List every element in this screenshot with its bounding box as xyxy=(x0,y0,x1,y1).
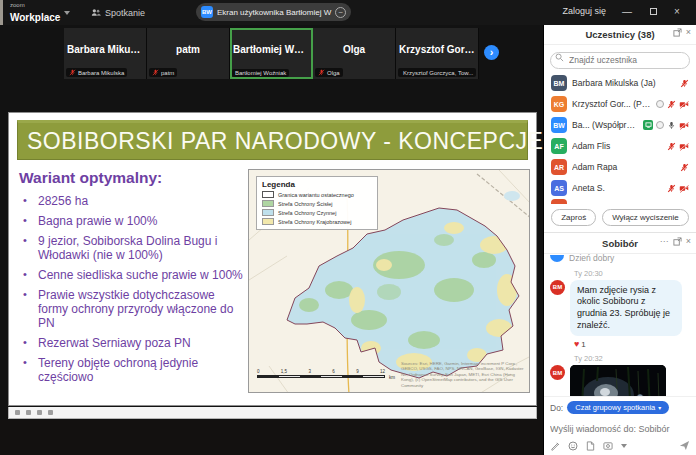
unmute-all-button[interactable]: Wyłącz wyciszenie xyxy=(602,209,689,226)
slideshow-controls[interactable] xyxy=(8,407,537,419)
tile-name-tag: patm xyxy=(149,68,177,77)
chat-message-clipped: Dzień dobry xyxy=(550,254,690,264)
participant-row[interactable]: KG Krzysztof Gor... (Prowadzący) xyxy=(544,94,696,115)
share-options-icon[interactable]: − xyxy=(335,7,346,18)
attach-file-icon[interactable] xyxy=(586,441,595,451)
camera-off-icon xyxy=(679,142,689,151)
legend-swatch-boundary xyxy=(262,191,274,198)
screenshot-icon[interactable] xyxy=(603,441,613,451)
shared-screen-area: Barbara Mikulska Barbara Mikulska patm p… xyxy=(0,25,543,455)
scale-bar-segments xyxy=(257,375,385,378)
send-to-selector[interactable]: Czat grupowy spotkania ▾ xyxy=(567,401,669,414)
tile-tag-label: Krzysztof Gorczyca, Tow... xyxy=(403,70,473,76)
message-meta: Ty 20:30 xyxy=(574,269,690,278)
avatar: AF xyxy=(551,138,567,154)
bullet-item: 9 jezior, Sobiborska Dolina Bugu i Włoda… xyxy=(19,234,247,262)
panel-divider xyxy=(544,232,696,233)
participant-row[interactable]: AR Adam Rapa xyxy=(544,157,696,178)
chat-message[interactable]: BM Mam zdjęcie rysia z okolic Sobiboru z… xyxy=(550,280,690,337)
search-input[interactable] xyxy=(550,52,690,69)
bullet-item: Rezerwat Serniawy poza PN xyxy=(19,336,247,350)
participant-name: Adam Rapa xyxy=(572,162,675,172)
tab-meeting[interactable]: Spotkanie xyxy=(86,4,150,21)
close-icon[interactable]: × xyxy=(686,28,691,37)
format-icon[interactable] xyxy=(550,441,560,451)
participant-row[interactable]: BW Ba... (Współprowadzący) xyxy=(544,115,696,136)
scale-tick: 6 xyxy=(332,369,335,374)
map-legend: Legenda Granica wariantu ostatecznego St… xyxy=(256,176,378,230)
chat-message[interactable]: BM xyxy=(550,365,690,396)
legend-label: Granica wariantu ostatecznego xyxy=(278,192,354,198)
popout-icon[interactable] xyxy=(673,28,682,37)
camera-off-icon xyxy=(679,121,689,130)
zoom-workplace-logo[interactable]: zoom Workplace xyxy=(10,2,60,24)
maximize-icon xyxy=(650,8,657,15)
video-tile[interactable]: Krzysztof Gorcz... Krzysztof Gorczyca, T… xyxy=(396,28,479,79)
mic-muted-icon xyxy=(667,184,676,193)
chat-message-list[interactable]: Dzień dobry Ty 20:30 BM Mam zdjęcie rysi… xyxy=(544,254,696,397)
scale-tick: 12 xyxy=(380,369,385,374)
screen-share-pill[interactable]: BW Ekran użytkownika Bartłomiej W − xyxy=(196,3,351,21)
emoji-icon[interactable] xyxy=(568,441,578,451)
message-bubble[interactable]: Mam zdjęcie rysia z okolic Sobiboru z gr… xyxy=(570,280,682,337)
mic-muted-icon xyxy=(152,69,159,76)
participant-search[interactable] xyxy=(550,49,690,69)
avatar: BM xyxy=(550,280,565,295)
search-icon xyxy=(555,53,564,62)
share-avatar: BW xyxy=(201,6,213,18)
filmstrip-next-button[interactable]: › xyxy=(484,45,499,60)
mic-muted-icon xyxy=(667,100,676,109)
scale-tick: 0 xyxy=(257,369,260,374)
bullet-item: 28256 ha xyxy=(19,194,247,208)
participant-row[interactable]: AS Aneta S. xyxy=(544,178,696,199)
close-icon[interactable]: × xyxy=(686,237,691,246)
camera-off-icon xyxy=(679,184,689,193)
tile-tag-label: Barbara Mikulska xyxy=(78,70,124,76)
message-reaction[interactable]: ♥ 1 xyxy=(574,339,690,349)
participant-row[interactable]: BM Barbara Mikulska (Ja) xyxy=(544,73,696,94)
camera-off-icon xyxy=(679,100,689,109)
brand-caret-icon[interactable] xyxy=(64,11,70,15)
tile-name-tag: Barbara Mikulska xyxy=(66,68,127,77)
mic-muted-icon xyxy=(667,142,676,151)
chevron-down-icon[interactable] xyxy=(621,444,627,448)
window-close-button[interactable]: × xyxy=(670,5,684,19)
window-minimize-button[interactable]: — xyxy=(620,5,634,19)
video-filmstrip: Barbara Mikulska Barbara Mikulska patm p… xyxy=(64,28,479,79)
video-tile[interactable]: patm patm xyxy=(147,28,230,79)
tile-name: Krzysztof Gorcz... xyxy=(396,44,478,55)
video-tile-active-speaker[interactable]: Bartłomiej Woź... Bartłomiej Woźniak xyxy=(230,28,313,79)
chevron-down-icon: ▾ xyxy=(658,404,661,411)
video-tile[interactable]: Barbara Mikulska Barbara Mikulska xyxy=(64,28,147,79)
heart-icon: ♥ xyxy=(574,339,579,349)
participant-row[interactable]: AF Adam Flis xyxy=(544,136,696,157)
scale-unit: km xyxy=(389,375,395,380)
lynx-photo[interactable] xyxy=(570,365,666,396)
send-icon[interactable] xyxy=(679,440,690,451)
scale-tick: 9 xyxy=(356,369,359,374)
avatar: BM xyxy=(551,75,567,91)
screen-sharing-icon xyxy=(643,120,653,130)
tile-name: Barbara Mikulska xyxy=(64,44,146,55)
video-tile[interactable]: Olga Olga xyxy=(313,28,396,79)
chat-message-text: Dzień dobry xyxy=(569,254,614,264)
chat-message-input[interactable] xyxy=(550,422,690,440)
invite-button[interactable]: Zaproś xyxy=(551,209,596,226)
window-maximize-button[interactable] xyxy=(646,5,660,19)
avatar xyxy=(550,255,564,262)
popout-icon[interactable] xyxy=(673,237,682,246)
participants-title: Uczestnicy (38) xyxy=(585,29,654,40)
tile-tag-label: Olga xyxy=(327,70,340,76)
presentation-slide: SOBIBORSKI PAR NARODOWY - KONCEPCJE Wari… xyxy=(8,112,537,406)
avatar: AS xyxy=(551,180,567,196)
participant-name: Barbara Mikulska (Ja) xyxy=(572,78,675,88)
send-to-value: Czat grupowy spotkania xyxy=(575,403,655,412)
slide-text-column: Wariant optymalny: 28256 ha Bagna prawie… xyxy=(19,169,247,390)
slide-bullet-list: 28256 ha Bagna prawie w 100% 9 jezior, S… xyxy=(19,194,247,384)
avatar: BW xyxy=(551,117,567,133)
send-to-row: Do: Czat grupowy spotkania ▾ xyxy=(550,401,690,414)
participant-name: Krzysztof Gor... (Prowadzący) xyxy=(572,99,651,109)
more-options-icon[interactable]: ··· xyxy=(660,237,669,246)
scale-tick: 1,5 xyxy=(281,369,287,374)
login-button[interactable]: Zaloguj się xyxy=(562,6,606,16)
